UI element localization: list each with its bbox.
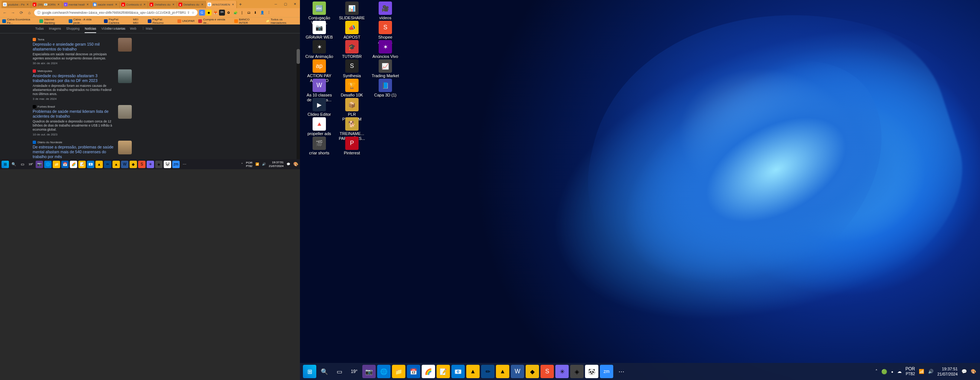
close-button[interactable]: ✕ (290, 0, 300, 8)
extensions-icon[interactable]: 🧩 (232, 10, 238, 16)
close-icon[interactable]: × (143, 3, 146, 6)
tab-7[interactable]: GAFASTAMEN× (206, 1, 237, 8)
site-info-icon[interactable]: ⓘ (37, 10, 40, 15)
close-icon[interactable]: × (172, 3, 175, 6)
taskbar-explorer[interactable]: 📁 (53, 161, 60, 168)
tray-chevron[interactable]: ˄ (875, 369, 878, 374)
desktop-icon[interactable]: ✶Anúncios Vivo (371, 40, 399, 59)
taskbar-chrome[interactable]: 🌈 (422, 365, 435, 378)
ext-icon[interactable]: ᴼᴺ (219, 10, 225, 16)
weather-widget[interactable]: 19° (347, 365, 361, 378)
bookmark[interactable]: BANCO INTER (234, 18, 258, 24)
desktop-icon[interactable]: 🎥vídeos (371, 2, 399, 21)
taskbar-edge[interactable]: 🌐 (44, 161, 52, 168)
notification-icon[interactable]: 💬 (286, 162, 290, 166)
filter-more[interactable]: ⋮ Mais (142, 27, 152, 33)
taskbar-chrome[interactable]: 🌈 (70, 161, 77, 168)
result-thumb[interactable] (118, 105, 132, 119)
reading-list-icon[interactable]: 🗂 (246, 10, 252, 16)
desktop-icon[interactable]: 🎓TUTORBR (338, 40, 366, 59)
desktop-icon[interactable]: PPinterest (338, 137, 366, 156)
taskbar-word[interactable]: W (121, 161, 129, 168)
taskbar-app[interactable]: 📧 (452, 365, 465, 378)
taskbar-zoom[interactable]: zm (172, 161, 180, 168)
desktop-icon[interactable]: 🏆Desafio 10K (338, 79, 366, 98)
tab-6[interactable]: ▶Detalhes do× (177, 1, 206, 8)
result-link[interactable]: Ansiedade ou depressão afastaram 3 traba… (33, 73, 115, 83)
desktop-icon[interactable]: 📘Capa 3D (1) (371, 79, 399, 98)
filter-news[interactable]: Notícias (84, 27, 96, 33)
close-icon[interactable]: × (200, 3, 204, 6)
taskbar-edge[interactable]: 🌐 (377, 365, 390, 378)
taskbar-app[interactable]: ✳ (555, 365, 569, 378)
taskbar-app[interactable]: 🐼 (164, 161, 171, 168)
taskbar-app[interactable]: ▲ (496, 365, 509, 378)
taskbar-app[interactable]: ▲ (95, 161, 103, 168)
scrollbar[interactable] (297, 49, 300, 169)
forward-button[interactable]: → (10, 9, 16, 16)
share-icon[interactable]: ⇪ (187, 11, 190, 14)
downloads-icon[interactable]: ⬇ (253, 10, 258, 16)
result-link[interactable]: Depressão e ansiedade geram 150 mil afas… (33, 42, 115, 52)
back-button[interactable]: ← (2, 9, 8, 16)
bookmark[interactable]: PayPal: Resumo (148, 18, 174, 24)
taskbar-app[interactable]: S (541, 365, 554, 378)
result-link[interactable]: Problemas de saúde mental lideram lista … (33, 109, 115, 119)
taskbar-overflow[interactable]: ⋯ (181, 161, 188, 168)
maximize-button[interactable]: ▢ (281, 0, 290, 8)
bookmark[interactable]: UNOPAR (177, 19, 195, 23)
close-icon[interactable]: × (86, 3, 89, 6)
result-link[interactable]: De estresse a depressão, problemas de sa… (33, 145, 115, 159)
taskbar-zoom[interactable]: zm (600, 365, 613, 378)
clock[interactable]: 19:37:5121/07/2024 (937, 366, 958, 377)
tray-icon[interactable]: ⬥ (891, 369, 894, 374)
taskbar-app[interactable]: ✏ (481, 365, 495, 378)
desktop-icon[interactable]: ▶Clideo Editor (305, 98, 333, 117)
taskview-button[interactable]: ▭ (332, 365, 346, 378)
close-icon[interactable]: × (231, 3, 235, 6)
taskbar-app[interactable]: 📝 (78, 161, 86, 168)
notification-icon[interactable]: 💬 (961, 369, 967, 374)
taskbar-app[interactable]: ◆ (130, 161, 137, 168)
volume-icon[interactable]: 🔊 (262, 162, 266, 166)
taskbar-app[interactable]: ✳ (146, 161, 154, 168)
weather-widget[interactable]: 19° (27, 161, 35, 168)
tools-button[interactable]: Ferramentas (108, 27, 126, 32)
start-button[interactable]: ⊞ (303, 365, 316, 378)
tray-chevron[interactable]: ˄ (241, 162, 243, 166)
bookmark[interactable]: Caixa Econômica Fe... (2, 18, 36, 24)
taskbar-app[interactable]: ◆ (526, 365, 539, 378)
desktop-icon[interactable]: 📊SLIDESHARE (338, 2, 366, 21)
new-tab-button[interactable]: + (237, 1, 244, 8)
desktop-icon[interactable]: 🎬criar shorts (305, 137, 333, 156)
tab-2[interactable]: ✳mental healt× (62, 1, 92, 8)
result-thumb[interactable] (118, 141, 132, 154)
taskbar-app[interactable]: S (138, 161, 145, 168)
taskbar-app[interactable]: 📅 (407, 365, 420, 378)
taskbar-app[interactable]: 📅 (61, 161, 69, 168)
taskbar-app[interactable]: ▲ (113, 161, 120, 168)
taskbar-app[interactable]: ◈ (570, 365, 584, 378)
taskbar-word[interactable]: W (511, 365, 524, 378)
network-icon[interactable]: 📶 (255, 162, 259, 166)
taskbar-app[interactable]: 📷 (36, 161, 43, 168)
tab-3[interactable]: 📄saúde ment× (91, 1, 120, 8)
home-button[interactable]: ⌂ (26, 9, 33, 16)
taskbar-app[interactable]: 📧 (87, 161, 94, 168)
desktop-icon[interactable]: 📣ADPOST (338, 21, 366, 40)
minimize-button[interactable]: ─ (271, 0, 281, 8)
taskbar-app[interactable]: 🐼 (585, 365, 598, 378)
clock[interactable]: 19:37:5121/07/2024 (269, 161, 283, 168)
menu-icon[interactable]: ⋮ (266, 10, 272, 16)
ext-icon[interactable]: ◆ (206, 10, 212, 16)
scrollbar-thumb[interactable] (297, 49, 300, 64)
bookmark[interactable]: Caixa - A vida pede... (69, 18, 100, 24)
ext-icon[interactable]: G (199, 10, 205, 16)
tab-0[interactable]: Gyoutube - Pe× (2, 1, 31, 8)
star-icon[interactable]: ☆ (191, 11, 194, 14)
tab-1[interactable]: ▶(39) 📧JORN× (31, 1, 62, 8)
search-button[interactable]: 🔍 (10, 161, 18, 168)
desktop-icon[interactable]: 📈Trading Market (371, 59, 399, 78)
taskview-button[interactable]: ▭ (19, 161, 26, 168)
copilot-icon[interactable]: 🎨 (293, 162, 299, 167)
